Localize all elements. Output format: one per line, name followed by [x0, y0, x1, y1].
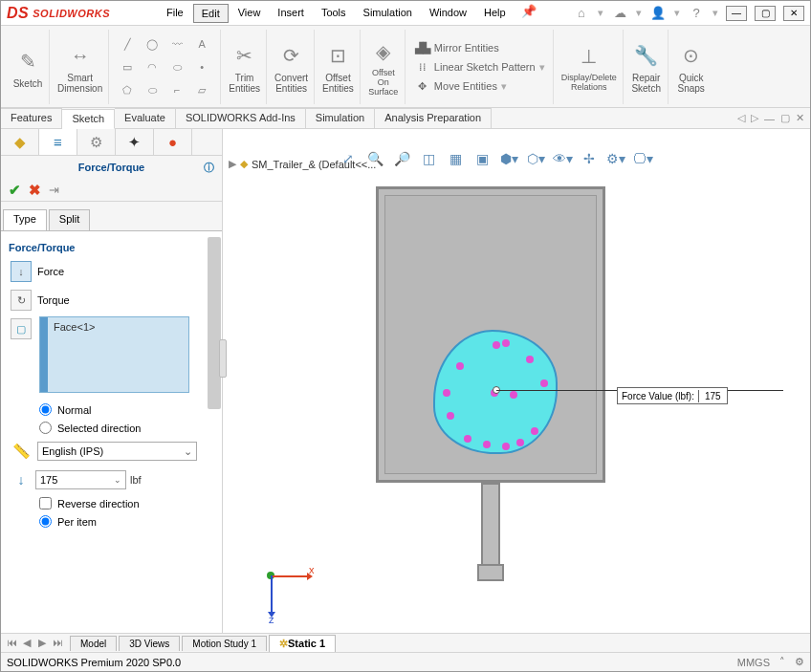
tab-sketch[interactable]: Sketch [62, 109, 115, 129]
poly-icon[interactable]: ⬠ [117, 80, 138, 99]
spline-icon[interactable]: 〰 [166, 34, 187, 54]
display-style-icon[interactable]: ▣ [471, 148, 493, 169]
menu-simulation[interactable]: Simulation [356, 4, 420, 23]
prev-icon[interactable]: ◀ [20, 637, 33, 649]
graphics-area[interactable]: ⤢ 🔍 🔎 ◫ ▦ ▣ ⬢▾ ⬡▾ 👁▾ ✢ ⚙▾ 🖵▾ ▶ ◆ SM_Trai… [223, 129, 810, 633]
scrollbar[interactable] [208, 237, 221, 409]
pin-icon[interactable]: 📌 [521, 4, 537, 23]
ok-button[interactable]: ✔ [9, 182, 21, 199]
move-entities[interactable]: ✥Move Entities▾ [415, 78, 507, 94]
mirror-entities[interactable]: ▟▙Mirror Entities [415, 40, 499, 55]
settings-icon[interactable]: ⚙▾ [605, 148, 626, 169]
normal-radio[interactable] [39, 403, 52, 416]
last-icon[interactable]: ⏭ [51, 637, 64, 649]
ribbon-sketch[interactable]: ✎ Sketch [7, 30, 50, 104]
tab-evaluate[interactable]: Evaluate [115, 108, 176, 128]
scene-icon[interactable]: 👁▾ [552, 148, 573, 169]
spinner-icon[interactable]: ⌄ [114, 475, 121, 485]
units-dropdown[interactable]: English (IPS) ⌄ [37, 442, 197, 461]
slot-icon[interactable]: ⬭ [142, 80, 163, 99]
tree-root-label[interactable]: SM_Trailer_& (Default<<... [252, 159, 376, 170]
property-tab[interactable]: ≡ [39, 129, 77, 155]
point-icon[interactable]: • [191, 57, 212, 76]
render-icon[interactable]: ✢ [579, 148, 600, 169]
menu-edit[interactable]: Edit [193, 4, 229, 23]
expand-icon[interactable]: ▶ [229, 158, 236, 170]
chevron-up-icon[interactable]: ˄ [779, 656, 785, 668]
home-icon[interactable]: ⌂ [573, 5, 590, 22]
doc-max-icon[interactable]: ▢ [780, 112, 790, 124]
selected-face[interactable] [433, 330, 558, 454]
prev-icon[interactable]: ◁ [737, 112, 745, 124]
help-icon[interactable]: ⓘ [204, 161, 214, 175]
tab-motion-study[interactable]: Motion Study 1 [182, 636, 267, 651]
menu-help[interactable]: Help [476, 4, 514, 23]
selection-item[interactable]: Face<1> [48, 317, 100, 392]
help-icon[interactable]: ? [688, 5, 705, 22]
face-icon[interactable]: ▢ [11, 318, 32, 339]
ribbon-repair[interactable]: 🔧 Repair Sketch [625, 30, 669, 104]
tab-3d-views[interactable]: 3D Views [119, 636, 180, 651]
selection-list[interactable]: Face<1> [39, 316, 189, 393]
seldir-radio[interactable] [39, 422, 52, 434]
linear-pattern[interactable]: ⁞⁞Linear Sketch Pattern▾ [415, 59, 545, 75]
first-icon[interactable]: ⏮ [5, 637, 18, 649]
tab-analysis[interactable]: Analysis Preparation [375, 108, 492, 128]
force-value-input[interactable]: 175 ⌄ [35, 470, 126, 489]
appearances-icon[interactable]: ⬡▾ [525, 148, 546, 169]
radio-selected-direction[interactable]: Selected direction [5, 419, 218, 437]
tab-addins[interactable]: SOLIDWORKS Add-Ins [176, 108, 306, 128]
flyout-tree[interactable]: ▶ ◆ SM_Trailer_& (Default<<... [229, 158, 376, 170]
trailer-foot[interactable] [477, 564, 504, 581]
splitter-handle[interactable] [219, 339, 227, 378]
keep-visible-button[interactable]: ⇥ [49, 183, 59, 197]
sub-tab-type[interactable]: Type [3, 209, 47, 230]
section-icon[interactable]: ◫ [418, 148, 439, 169]
next-icon[interactable]: ▷ [751, 112, 758, 124]
per-item-row[interactable]: Per item [5, 512, 218, 531]
section-force-torque[interactable]: Force/Torque ˄ [5, 237, 218, 257]
fillet-icon[interactable]: ⌐ [166, 80, 187, 99]
ribbon-offset-surface[interactable]: ◈ Offset On Surface [362, 30, 406, 104]
ribbon-relations[interactable]: ⊥ Display/Delete Relations [556, 30, 624, 104]
doc-min-icon[interactable]: — [764, 113, 775, 124]
ribbon-offset[interactable]: ⊡ Offset Entities [317, 30, 361, 104]
display-icon[interactable]: 🖵▾ [632, 148, 653, 169]
menu-file[interactable]: File [159, 4, 191, 23]
sub-tab-split[interactable]: Split [49, 209, 90, 230]
reverse-row[interactable]: Reverse direction [5, 494, 218, 512]
per-item-radio[interactable] [39, 515, 52, 528]
text-icon[interactable]: A [191, 34, 212, 54]
arc-icon[interactable]: ◠ [142, 57, 163, 76]
ribbon-trim[interactable]: ✂ Trim Entities [223, 30, 267, 104]
circle-icon[interactable]: ◯ [142, 34, 163, 54]
reverse-checkbox[interactable] [39, 497, 52, 509]
units-indicator[interactable]: MMGS [737, 657, 770, 668]
user-icon[interactable]: 👤 [649, 5, 667, 22]
callout-value[interactable]: 175 [698, 390, 727, 402]
option-force[interactable]: ↓ Force [5, 257, 218, 286]
menu-insert[interactable]: Insert [270, 4, 312, 23]
orient-icon[interactable]: ▦ [445, 148, 466, 169]
options-icon[interactable]: ⚙ [795, 656, 804, 668]
dim-tab[interactable]: ✦ [116, 129, 154, 155]
model-viewport[interactable] [376, 186, 607, 578]
dropdown-icon[interactable]: ▾ [598, 7, 603, 19]
doc-close-icon[interactable]: ✕ [796, 112, 804, 124]
force-callout[interactable]: Force Value (lbf): 175 [617, 387, 728, 404]
minimize-button[interactable]: — [726, 6, 747, 21]
cancel-button[interactable]: ✖ [29, 182, 41, 199]
ribbon-convert[interactable]: ⟳ Convert Entities [269, 30, 315, 104]
ellipse-icon[interactable]: ⬭ [166, 57, 187, 76]
tab-model[interactable]: Model [70, 636, 117, 651]
ribbon-smart-dimension[interactable]: ↔ Smart Dimension [52, 30, 109, 104]
rect-icon[interactable]: ▭ [117, 57, 138, 76]
menu-tools[interactable]: Tools [314, 4, 354, 23]
plane-icon[interactable]: ▱ [191, 80, 212, 99]
cloud-icon[interactable]: ☁ [611, 5, 628, 22]
menu-window[interactable]: Window [422, 4, 474, 23]
units-icon[interactable]: 📏 [11, 441, 32, 462]
ribbon-quick-snaps[interactable]: ⊙ Quick Snaps [670, 30, 712, 104]
tab-simulation[interactable]: Simulation [306, 108, 375, 128]
tab-static[interactable]: ✲Static 1 [269, 635, 336, 652]
